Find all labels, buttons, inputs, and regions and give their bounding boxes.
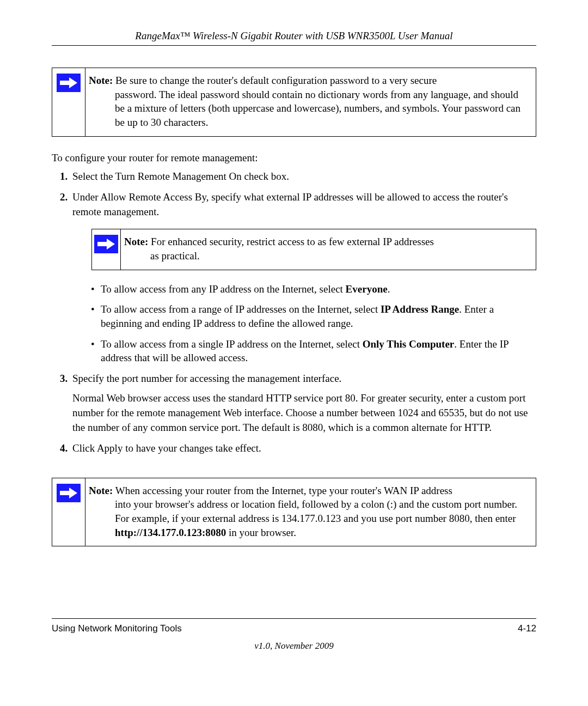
step-4: Click Apply to have your changes take ef… — [70, 441, 536, 456]
note-icon-cell — [52, 68, 85, 136]
b3-bold: Only This Computer — [363, 338, 455, 350]
note3-rest-b: in your browser. — [226, 527, 296, 538]
intro-paragraph: To configure your router for remote mana… — [52, 152, 536, 164]
steps-list: Select the Turn Remote Management On che… — [52, 169, 536, 456]
step-1-bold: Turn Remote Management On — [115, 171, 242, 182]
bullet-ip-range: To allow access from a range of IP addre… — [91, 302, 536, 330]
b3-pre: To allow access from a single IP address… — [101, 338, 363, 350]
note-content: Note: Be sure to change the router's def… — [85, 68, 536, 136]
note3-rest: into your browser's address or location … — [89, 497, 529, 539]
note-content: Note: When accessing your router from th… — [85, 478, 536, 546]
bullet-everyone: To allow access from any IP address on t… — [91, 282, 536, 296]
bullet-only-this: To allow access from a single IP address… — [91, 337, 536, 365]
step-2: Under Allow Remote Access By, specify wh… — [70, 190, 536, 365]
note-label: Note: — [89, 75, 113, 86]
footer-version: v1.0, November 2009 — [52, 641, 536, 652]
note-box-password: Note: Be sure to change the router's def… — [52, 68, 536, 137]
note-box-wan: Note: When accessing your router from th… — [52, 478, 536, 547]
note2-first: For enhanced security, restrict access t… — [148, 236, 434, 247]
step-4-bold: Apply — [97, 442, 123, 454]
step-2-text: Under Allow Remote Access By, specify wh… — [72, 191, 508, 217]
step-1-post: check box. — [242, 171, 289, 182]
step-3: Specify the port number for accessing th… — [70, 372, 536, 435]
note3-rest-bold: http://134.177.0.123:8080 — [115, 527, 226, 538]
page-footer: Using Network Monitoring Tools 4-12 v1.0… — [52, 618, 536, 652]
note-text-first: Be sure to change the router's default c… — [113, 75, 437, 86]
arrow-right-icon — [57, 484, 81, 502]
step-3-text: Specify the port number for accessing th… — [72, 373, 341, 384]
step-4-pre: Click — [72, 442, 97, 454]
note-content: Note: For enhanced security, restrict ac… — [121, 229, 536, 269]
note-label: Note: — [89, 485, 113, 496]
note-icon-cell — [92, 229, 121, 269]
bullets-list: To allow access from any IP address on t… — [72, 282, 536, 365]
note-icon-cell — [52, 478, 85, 546]
footer-section: Using Network Monitoring Tools — [52, 623, 182, 634]
page-header: RangeMax™ Wireless-N Gigabit Router with… — [52, 30, 536, 46]
arrow-right-icon — [57, 74, 81, 92]
b1-post: . — [388, 283, 390, 295]
b2-pre: To allow access from a range of IP addre… — [101, 303, 381, 315]
b2-bold: IP Address Range — [381, 303, 459, 315]
step-4-post: to have your changes take effect. — [122, 442, 261, 454]
arrow-right-icon — [94, 235, 118, 253]
b1-bold: Everyone — [346, 283, 388, 295]
step-1: Select the Turn Remote Management On che… — [70, 169, 536, 184]
b1-pre: To allow access from any IP address on t… — [101, 283, 346, 295]
note-box-security: Note: For enhanced security, restrict ac… — [91, 229, 536, 270]
footer-page: 4-12 — [518, 623, 536, 634]
note3-rest-a: into your browser's address or location … — [115, 498, 517, 524]
note-label: Note: — [124, 236, 148, 247]
note3-first: When accessing your router from the Inte… — [113, 485, 452, 496]
step-3-body: Normal Web browser access uses the stand… — [72, 391, 536, 435]
step-1-pre: Select the — [72, 171, 115, 182]
note-text-rest: password. The ideal password should cont… — [89, 88, 529, 130]
note2-rest: as practical. — [124, 249, 529, 263]
